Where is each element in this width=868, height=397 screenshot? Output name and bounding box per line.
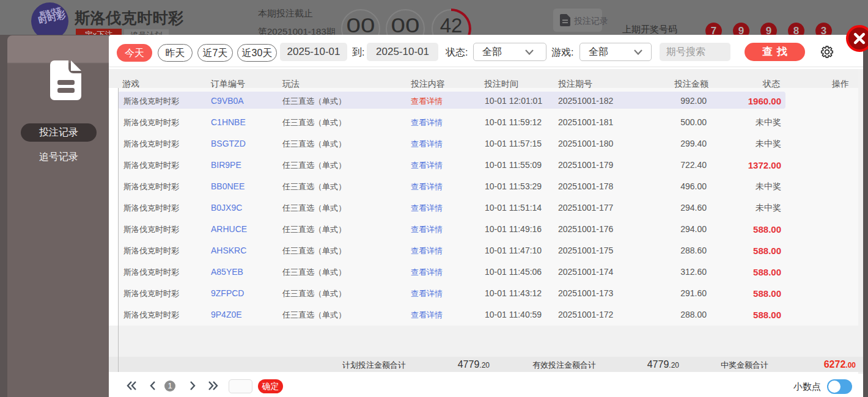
svg-text:42: 42 <box>440 14 463 35</box>
svg-text:00: 00 <box>391 14 420 35</box>
svg-text:00: 00 <box>347 14 375 35</box>
